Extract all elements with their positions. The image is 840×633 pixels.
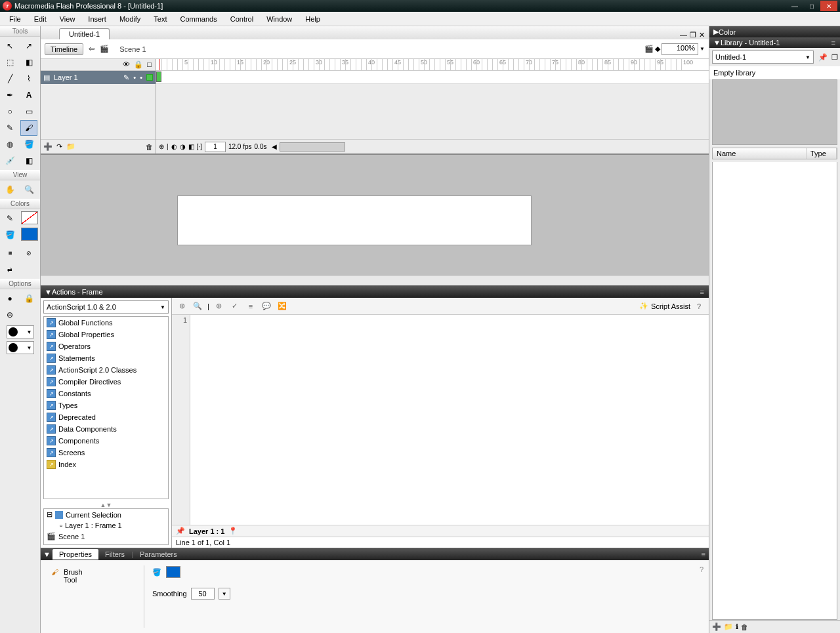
pen-tool[interactable]: ✒ (1, 87, 18, 103)
close-button[interactable]: ✕ (820, 1, 837, 11)
edit-scene-icon[interactable]: 🎬 (644, 45, 654, 53)
minimize-button[interactable]: — (786, 1, 803, 11)
actions-panel-menu-icon[interactable]: ≡ (700, 288, 705, 296)
properties-icon[interactable]: ℹ (736, 623, 738, 631)
brush-shape-selector[interactable]: ▼ (7, 341, 34, 354)
library-panel-header[interactable]: ▼ Library - Untitled-1≡ (709, 37, 840, 48)
script-navigator[interactable]: ⊟Current Selection ▫Layer 1 : Frame 1 🎬S… (43, 508, 169, 545)
new-library-panel-icon[interactable]: ❐ (830, 53, 840, 62)
playhead[interactable] (159, 59, 159, 71)
menu-file[interactable]: File (3, 14, 28, 24)
edit-symbols-icon[interactable]: ◆ (655, 45, 660, 53)
frames-scroll-left[interactable]: ◀ (272, 143, 277, 150)
frames-scrollbar[interactable] (280, 142, 345, 152)
col-type[interactable]: Type (807, 148, 837, 159)
paint-bucket-tool[interactable]: 🪣 (20, 136, 37, 152)
new-folder-icon[interactable]: 📁 (724, 623, 733, 631)
brush-mode-option[interactable]: ● (1, 291, 18, 306)
zoom-input[interactable]: 100% (662, 43, 698, 55)
actions-categories-tree[interactable]: ↗Global Functions ↗Global Properties ↗Op… (43, 316, 169, 499)
ink-bottle-tool[interactable]: ◍ (1, 136, 18, 152)
frames-row[interactable] (156, 71, 709, 84)
motion-guide-icon[interactable]: ↷ (56, 142, 62, 151)
onion-skin-icon[interactable]: ◐ (171, 143, 177, 150)
menu-edit[interactable]: Edit (28, 14, 53, 24)
new-symbol-icon[interactable]: ➕ (712, 623, 721, 631)
rectangle-tool[interactable]: ▭ (20, 104, 37, 119)
insert-folder-icon[interactable]: 📁 (66, 142, 75, 151)
text-tool[interactable]: A (20, 87, 37, 103)
menu-commands[interactable]: Commands (173, 14, 223, 24)
menu-view[interactable]: View (53, 14, 82, 24)
check-syntax-icon[interactable]: ✓ (229, 300, 241, 312)
onion-markers-icon[interactable]: [·] (197, 143, 202, 150)
layer-row[interactable]: ▤ Layer 1 ✎ •• (41, 71, 156, 84)
insert-layer-icon[interactable]: ➕ (43, 142, 52, 151)
menu-help[interactable]: Help (299, 14, 327, 24)
doc-close-icon[interactable]: ✕ (699, 31, 705, 39)
free-transform-tool[interactable]: ⬚ (1, 54, 18, 70)
find-icon[interactable]: 🔍 (192, 300, 203, 312)
selection-tool[interactable]: ↖ (1, 38, 18, 54)
maximize-button[interactable]: □ (803, 1, 820, 11)
pin-script-icon[interactable]: 📌 (176, 527, 185, 535)
document-tab[interactable]: Untitled-1 (59, 28, 110, 39)
oval-tool[interactable]: ○ (1, 104, 18, 119)
gradient-transform-tool[interactable]: ◧ (20, 54, 37, 70)
brush-size-option[interactable]: ⊖ (1, 307, 18, 323)
delete-icon[interactable]: 🗑 (741, 623, 748, 631)
pin-library-icon[interactable]: 📌 (816, 53, 830, 62)
timeline-button[interactable]: Timeline (45, 43, 83, 55)
target-path-icon[interactable]: ⊕ (213, 300, 225, 312)
layer-outline-color[interactable] (146, 74, 153, 81)
actions-help-icon[interactable]: ? (693, 300, 705, 312)
lock-layers-icon[interactable]: 🔒 (134, 60, 143, 69)
tab-properties[interactable]: Properties (52, 549, 98, 560)
default-colors-button[interactable]: ◾ (1, 245, 18, 261)
smoothing-input[interactable] (191, 588, 215, 600)
current-frame-input[interactable] (205, 142, 226, 152)
lasso-tool[interactable]: ⌇ (20, 71, 37, 87)
fill-color-swatch[interactable] (21, 228, 38, 241)
delete-layer-icon[interactable]: 🗑 (146, 143, 153, 151)
doc-restore-icon[interactable]: ❐ (690, 31, 696, 39)
edit-frames-icon[interactable]: ◧ (188, 143, 194, 150)
stroke-color-swatch[interactable] (21, 211, 38, 224)
pencil-tool[interactable]: ✎ (1, 120, 18, 136)
library-column-headers[interactable]: Name Type (712, 148, 837, 159)
hand-tool[interactable]: ✋ (1, 182, 18, 197)
onion-outline-icon[interactable]: ◑ (180, 143, 186, 150)
lock-fill-option[interactable]: 🔒 (20, 291, 37, 306)
line-tool[interactable]: ╱ (1, 71, 18, 87)
zoom-tool[interactable]: 🔍 (20, 182, 37, 197)
menu-modify[interactable]: Modify (113, 14, 147, 24)
props-help-icon[interactable]: ? (700, 565, 704, 573)
menu-text[interactable]: Text (147, 14, 173, 24)
props-fill-swatch[interactable] (166, 566, 180, 578)
actionscript-version-select[interactable]: ActionScript 1.0 & 2.0▼ (43, 300, 169, 314)
zoom-dropdown-icon[interactable]: ▼ (700, 46, 705, 52)
menu-window[interactable]: Window (260, 14, 299, 24)
keyframe[interactable] (156, 71, 161, 82)
script-assist-button[interactable]: Script Assist (651, 302, 690, 310)
library-document-select[interactable]: Untitled-1▼ (712, 51, 814, 64)
eraser-tool[interactable]: ◧ (20, 153, 37, 169)
stage[interactable] (177, 195, 532, 245)
add-script-icon[interactable]: ⊕ (176, 300, 188, 312)
swap-colors-button[interactable]: ⇄ (1, 262, 18, 277)
unpin-icon[interactable]: 📍 (228, 527, 238, 535)
properties-panel-menu-icon[interactable]: ≡ (702, 550, 706, 558)
actions-header[interactable]: ▼ Actions - Frame ≡ (41, 286, 709, 298)
brush-size-selector[interactable]: ▼ (7, 325, 34, 338)
tab-parameters[interactable]: Parameters (133, 549, 184, 560)
timeline-ruler[interactable]: 5101520253035404550556065707580859095100 (156, 59, 709, 71)
smoothing-dropdown[interactable]: ▼ (219, 588, 230, 600)
library-panel-menu-icon[interactable]: ≡ (831, 39, 836, 47)
library-list[interactable] (712, 162, 837, 620)
show-hide-layers-icon[interactable]: 👁 (123, 60, 130, 69)
center-frame-icon[interactable]: ⊕ (159, 143, 164, 150)
outline-layers-icon[interactable]: □ (147, 60, 152, 69)
code-hint-icon[interactable]: 💬 (261, 300, 272, 312)
eyedropper-tool[interactable]: 💉 (1, 153, 18, 169)
back-icon[interactable]: ⇦ (89, 45, 94, 53)
